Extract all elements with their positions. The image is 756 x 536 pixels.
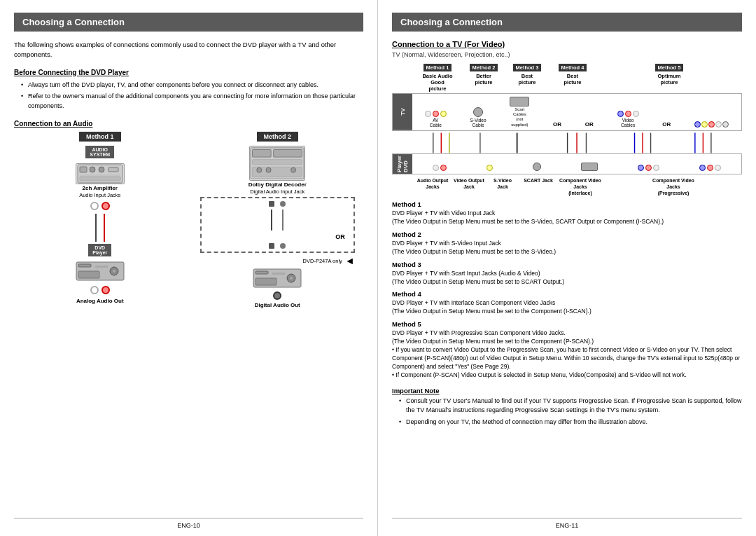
or-2: OR <box>585 121 594 128</box>
method4-desc-title: Method 4 <box>392 290 742 298</box>
svg-rect-6 <box>80 177 120 181</box>
c5-4 <box>715 121 722 128</box>
wire-right <box>104 214 105 242</box>
or-3: OR <box>662 121 671 128</box>
optimum-picture: Optimumpicture <box>596 73 742 85</box>
right-header: Choosing a Connection <box>392 13 742 32</box>
page-container: Choosing a Connection The following show… <box>0 0 756 536</box>
scart-dvd <box>581 163 598 171</box>
svideo-col: S-VideoCable <box>470 107 486 128</box>
basic-audio-col: Method 1 Basic Audio Goodpicture <box>413 64 462 92</box>
right-page-num: ENG-11 <box>392 518 742 529</box>
svg-rect-15 <box>274 150 302 158</box>
c5-3 <box>708 121 715 128</box>
dvd-diagram-row: DVDPlayer <box>392 153 742 174</box>
method2-diagram: Method 2 <box>192 132 364 518</box>
methods-header: Method 1 Basic Audio Goodpicture Method … <box>392 64 742 92</box>
svg-point-2 <box>90 167 95 172</box>
method1-label: Method 1 <box>79 132 121 142</box>
svg-point-24 <box>290 277 293 280</box>
dvd-player-label-left: DVD Player <box>88 244 111 256</box>
method1-diagram: Method 1 AUDIO SYSTEM <box>14 132 186 518</box>
digital-audio-out: Digital Audio Out <box>255 302 300 308</box>
svg-point-19 <box>266 167 271 172</box>
dvd-p247-label: DVD-P247A only <box>200 258 342 264</box>
rca-red-top <box>102 202 110 210</box>
dvd-conn-area <box>412 154 741 174</box>
svideo-tv <box>473 107 483 117</box>
comp-tv-b <box>617 111 624 117</box>
method1-pill: Method 1 <box>413 64 462 73</box>
method2-label: Method 2 <box>257 132 299 142</box>
ci-w <box>653 165 659 171</box>
method5-pill: Method 5 <box>596 64 742 73</box>
method1-desc-title: Method 1 <box>392 200 742 208</box>
better-picture: Betterpicture <box>462 73 505 85</box>
rca-triple-tv <box>425 111 447 117</box>
analog-audio-out: Analog Audio Out <box>76 298 124 304</box>
method2-pill: Method 2 <box>462 64 505 73</box>
bullet-1: Always turn off the DVD player, TV, and … <box>21 81 363 90</box>
connection-audio-title: Connection to an Audio <box>14 120 363 128</box>
important-note-bullets: Consult your TV User's Manual to find ou… <box>392 397 742 430</box>
method-descriptions: Method 1 DVD Player + TV with Video Inpu… <box>392 200 742 383</box>
left-diagrams: Method 1 AUDIO SYSTEM <box>14 132 363 518</box>
method2-desc-title: Method 2 <box>392 231 742 238</box>
optical-conn-1 <box>269 201 274 207</box>
scart-col: ScartCables(notsupplied) <box>510 97 529 128</box>
right-panel: Choosing a Connection Connection to a TV… <box>378 0 756 536</box>
c5-1 <box>694 121 701 128</box>
method2-col: Method 2 Betterpicture <box>462 64 505 92</box>
svg-rect-26 <box>255 278 276 285</box>
rca-white-top <box>90 202 99 210</box>
method2-desc-text: DVD Player + TV with S-Video Input Jack(… <box>392 240 742 256</box>
rca-red-bottom <box>102 286 110 294</box>
svg-rect-16 <box>253 160 302 165</box>
method3-desc-title: Method 3 <box>392 261 742 268</box>
dolby-decoder-label: Dolby Digital Decoder <box>248 181 307 188</box>
rca-pair-top <box>90 202 110 210</box>
audio-out-col <box>433 165 447 171</box>
method-desc-2: Method 2 DVD Player + TV with S-Video In… <box>392 231 742 256</box>
video-cables-col: VideoCables <box>617 111 639 128</box>
rca-tv-red <box>433 111 439 117</box>
method3-col: Method 3 Bestpicture <box>505 64 549 92</box>
dig-wire-2 <box>282 209 284 231</box>
dig-wire-1 <box>271 209 272 231</box>
video-out-col <box>486 165 493 171</box>
dvd-icon-left <box>76 261 125 282</box>
svg-point-18 <box>257 167 262 172</box>
optical-conn-2 <box>280 201 286 207</box>
before-bullets: Always turn off the DVD player, TV, and … <box>14 81 363 114</box>
rca-black <box>273 291 281 300</box>
svg-point-3 <box>99 167 104 172</box>
note-bullet-1: Consult your TV User's Manual to find ou… <box>399 397 742 415</box>
connection-wires-svg <box>413 132 742 153</box>
scart-tv <box>510 97 529 106</box>
method5-desc-title: Method 5 <box>392 320 742 328</box>
audio-input-jacks: Audio Input Jacks <box>79 192 120 198</box>
av-cable-col: AVCable <box>425 111 447 128</box>
jack-label-video: Video OutputJack <box>454 177 484 196</box>
left-header: Choosing a Connection <box>14 13 363 32</box>
svg-rect-12 <box>78 271 99 278</box>
tv-conn-area: AVCable S-VideoCable ScartCables(notsupp… <box>412 94 741 130</box>
method1-desc-text: DVD Player + TV with Video Input Jack(Th… <box>392 209 742 226</box>
jack-label-comp-p: Component VideoJacks(Progressive) <box>605 177 742 196</box>
jack-label-audio: Audio OutputJacks <box>414 177 451 196</box>
svg-point-20 <box>291 167 296 172</box>
jack-label-svideo: S-VideoJack <box>487 177 518 196</box>
optical-top <box>269 201 286 207</box>
jack-label-scart: SCART Jack <box>521 177 556 196</box>
best-picture-3: Bestpicture <box>505 73 549 85</box>
svg-rect-22 <box>255 271 268 274</box>
wires-mid <box>95 214 105 242</box>
method5-col: Method 5 Optimumpicture <box>596 64 742 92</box>
cp-r <box>707 165 713 171</box>
comp5-col <box>694 121 729 128</box>
video-cables-tv <box>617 111 639 117</box>
bullet-2: Refer to the owner's manual of the addit… <box>21 92 363 111</box>
ao-r <box>440 165 447 171</box>
digital-audio-input: Digital Audio Input Jack <box>250 188 304 195</box>
svg-rect-14 <box>253 150 272 158</box>
